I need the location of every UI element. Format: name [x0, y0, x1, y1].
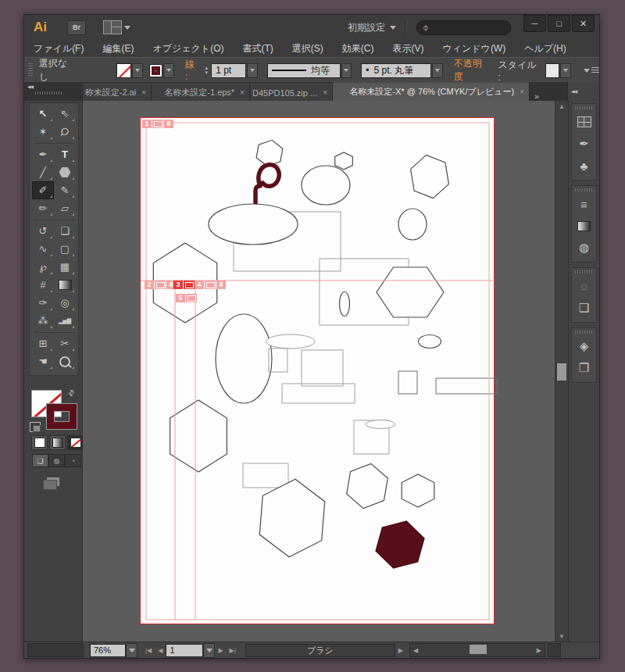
polygon-shape-tool[interactable]	[54, 163, 76, 181]
artwork-shape-hexagon[interactable]	[411, 155, 449, 198]
control-panel-menu-icon[interactable]	[584, 67, 599, 74]
bridge-button[interactable]: Br	[67, 20, 86, 35]
line-segment-tool[interactable]: ╱	[32, 163, 54, 181]
scroll-right-icon[interactable]: ▶	[534, 647, 545, 654]
zoom-level-field[interactable]: 76%	[90, 644, 126, 657]
artwork-shape-rect[interactable]	[243, 463, 288, 488]
screen-mode-button[interactable]	[43, 474, 63, 488]
fill-color-dropdown[interactable]	[116, 63, 143, 78]
status-display-menu-icon[interactable]: ▶	[395, 647, 406, 654]
symbol-sprayer-tool[interactable]: ⁂	[32, 312, 54, 330]
free-transform-tool[interactable]: ▢	[54, 240, 76, 258]
arrange-documents-button[interactable]	[103, 20, 130, 34]
artwork-shape-ellipse[interactable]	[419, 335, 441, 349]
artwork-shape-ellipse[interactable]	[216, 314, 272, 403]
stroke-width-dropdown[interactable]	[247, 63, 258, 78]
opacity-link[interactable]: 不透明度	[454, 57, 491, 84]
stroke-color-dropdown[interactable]	[149, 63, 174, 78]
panel-grip[interactable]	[575, 270, 594, 273]
artwork-shape-path[interactable]	[255, 165, 279, 209]
pen-tool[interactable]: ✒	[32, 145, 54, 163]
panel-gradient-button[interactable]	[572, 215, 596, 237]
artboard-tool-tool[interactable]: ⊞	[32, 334, 54, 352]
zoom-tool[interactable]	[54, 352, 76, 370]
hand-tool[interactable]: ☚	[32, 352, 54, 370]
rotate-tool[interactable]: ↺	[32, 222, 54, 240]
last-artboard-button[interactable]: ▶|	[227, 647, 239, 654]
slice-badge-2[interactable]: 2 8	[145, 281, 176, 289]
maximize-button[interactable]: □	[548, 15, 570, 32]
menu-type[interactable]: 書式(T)	[233, 42, 282, 55]
stroke-profile-dropdown[interactable]	[341, 63, 352, 78]
slice-badge-3-selected[interactable]: 3	[173, 281, 195, 289]
panel-layers-button[interactable]: ◈	[572, 335, 596, 357]
blob-brush-tool[interactable]: ✏	[32, 199, 54, 217]
draw-behind-button[interactable]: ◍	[48, 454, 65, 467]
graph-tool[interactable]: ▂▅▇	[54, 312, 76, 330]
style-swatch[interactable]	[545, 63, 560, 78]
artwork-shape-hexagon[interactable]	[256, 140, 283, 166]
blend-tool[interactable]: ◎	[54, 294, 76, 312]
menu-select[interactable]: 選択(S)	[283, 42, 333, 55]
menu-help[interactable]: ヘルプ(H)	[515, 42, 576, 55]
panel-symbols-button[interactable]: ♣	[572, 155, 596, 177]
menu-file[interactable]: ファイル(F)	[24, 42, 93, 55]
stroke-width-field[interactable]: 1 pt	[211, 63, 246, 78]
artwork-shape-hexagon[interactable]	[170, 400, 227, 472]
collapse-panel-icon[interactable]: ◀◀	[27, 84, 33, 89]
gradient-tool[interactable]	[54, 276, 76, 294]
default-fill-stroke-icon[interactable]	[30, 422, 41, 432]
eyedropper-tool[interactable]: ✑	[32, 294, 54, 312]
tab-close-icon[interactable]: ×	[240, 88, 245, 97]
document-tab-doc1[interactable]: 称未設定-2.ai×	[83, 84, 152, 101]
tab-overflow-button[interactable]: »	[534, 91, 538, 101]
document-tab-doc2[interactable]: 名称未設定-1.eps*×	[152, 84, 250, 101]
gradient-button[interactable]	[49, 435, 66, 450]
stroke-width-stepper[interactable]: ▲▼	[204, 66, 209, 75]
stroke-link[interactable]: 線 :	[185, 58, 199, 83]
panel-stroke-button[interactable]: ≡	[572, 193, 596, 215]
draw-normal-button[interactable]: ❏	[32, 454, 48, 467]
artboard-number-field[interactable]: 1	[166, 644, 203, 657]
document-tab-doc4[interactable]: 名称未設定-X* @ 76% (CMYK/プレビュー)×	[333, 82, 530, 101]
draw-inside-button[interactable]: ◔	[65, 454, 81, 467]
artwork-shape-ellipse[interactable]	[366, 420, 395, 429]
artwork-shape-ellipse[interactable]	[302, 166, 350, 205]
artwork-shape-hexagon[interactable]	[376, 521, 424, 568]
width-tool-tool[interactable]: ∿	[32, 240, 54, 258]
scroll-left-icon[interactable]: ◀	[410, 647, 421, 654]
artwork-shape-hexagon[interactable]	[377, 267, 444, 317]
document-tab-doc3[interactable]: D45PD105.zip ...×	[250, 84, 333, 101]
panel-grip[interactable]	[28, 63, 33, 77]
panel-swatches-button[interactable]	[572, 111, 596, 133]
artwork-shape-rect[interactable]	[398, 371, 417, 394]
paintbrush-tool[interactable]: ✐	[32, 181, 54, 199]
artwork-shape-hexagon[interactable]	[402, 474, 434, 507]
workspace-switcher[interactable]: 初期設定	[348, 21, 396, 34]
none-button[interactable]	[67, 435, 84, 450]
tab-close-icon[interactable]: ×	[323, 88, 327, 97]
slice-tool-tool[interactable]: ✂	[54, 334, 76, 352]
stroke-profile-field[interactable]: 均等	[267, 63, 341, 78]
brush-definition-field[interactable]: • 5 pt. 丸筆	[361, 63, 431, 78]
slice-badge-1[interactable]: 1 8	[142, 120, 173, 128]
artwork-shape-rect[interactable]	[436, 378, 497, 394]
direct-selection-tool[interactable]: ⇖	[54, 105, 76, 123]
tab-close-icon[interactable]: ×	[141, 88, 146, 97]
type-tool[interactable]: T	[54, 145, 76, 163]
panel-grip[interactable]	[35, 91, 62, 95]
next-artboard-button[interactable]: ▶	[215, 647, 226, 654]
panel-grip[interactable]	[575, 331, 594, 334]
menu-effect[interactable]: 効果(C)	[333, 42, 384, 55]
scroll-down-icon[interactable]: ▼	[555, 631, 568, 642]
vertical-scrollbar[interactable]: ▲ ▼	[555, 101, 568, 642]
menu-window[interactable]: ウィンドウ(W)	[433, 42, 515, 55]
artwork-shape-hexagon[interactable]	[335, 152, 353, 170]
perspective-grid-tool[interactable]: ▦	[54, 258, 76, 276]
tab-close-icon[interactable]: ×	[520, 88, 524, 96]
status-display[interactable]: ブラシ	[245, 644, 395, 657]
artwork-shape-ellipse[interactable]	[340, 292, 350, 316]
panel-transparency-button[interactable]: ◍	[572, 237, 596, 259]
artwork-shape-rect[interactable]	[282, 384, 355, 403]
previous-artboard-button[interactable]: ◀	[155, 647, 166, 654]
